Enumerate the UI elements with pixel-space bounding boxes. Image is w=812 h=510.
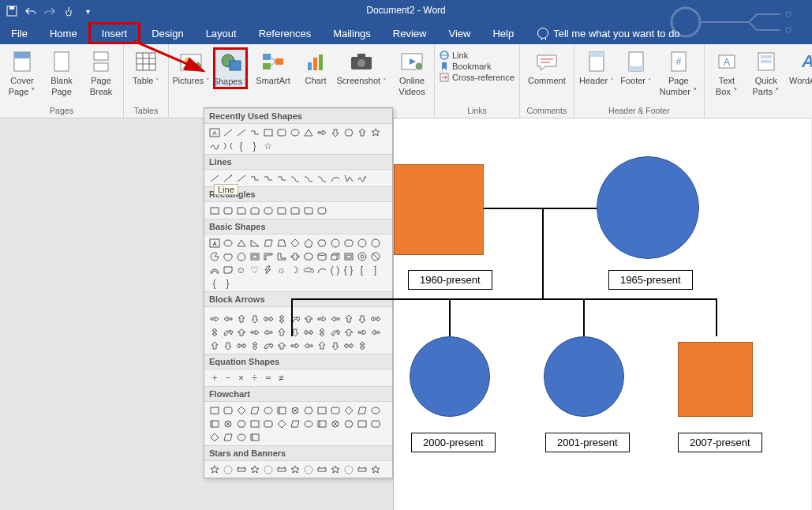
round-rectangle-shape[interactable] <box>275 204 288 217</box>
rounded-rectangle-shape[interactable] <box>221 204 234 217</box>
brace-shape[interactable]: { <box>234 139 248 152</box>
shape-glyph[interactable] <box>328 312 342 325</box>
shape-glyph[interactable] <box>208 417 221 430</box>
save-icon[interactable] <box>5 4 19 18</box>
sun-shape[interactable]: ☼ <box>275 263 288 276</box>
undo-icon[interactable] <box>24 4 38 18</box>
pie-shape[interactable] <box>208 249 221 263</box>
shape-glyph[interactable] <box>342 339 355 352</box>
arrow-line-shape[interactable] <box>221 171 234 185</box>
arrow-right-shape[interactable] <box>315 126 328 139</box>
shape-glyph[interactable] <box>234 403 248 417</box>
shape-glyph[interactable] <box>261 339 275 352</box>
connector-shape[interactable] <box>248 126 261 139</box>
redo-icon[interactable] <box>43 4 57 18</box>
curved-connector-shape[interactable] <box>288 171 301 185</box>
scribble-shape[interactable] <box>355 171 369 185</box>
cloud-shape[interactable] <box>301 263 315 276</box>
freeform-shape[interactable] <box>342 171 355 185</box>
shape-glyph[interactable] <box>301 339 315 352</box>
cross-reference-button[interactable]: Cross-reference <box>440 73 515 82</box>
diamond-shape[interactable] <box>288 236 301 249</box>
shape-glyph[interactable] <box>369 403 382 417</box>
shape-glyph[interactable] <box>208 403 221 417</box>
shape-glyph[interactable] <box>342 325 355 339</box>
hexagon-shape[interactable] <box>315 236 328 249</box>
shape-glyph[interactable] <box>221 403 234 417</box>
online-videos-button[interactable]: OnlineVideos <box>395 47 429 96</box>
shape-glyph[interactable] <box>301 403 315 417</box>
shape-glyph[interactable] <box>369 463 382 476</box>
shape-glyph[interactable] <box>208 312 221 325</box>
comment-button[interactable]: Comment <box>525 47 569 85</box>
wordart-button[interactable]: A WordArt <box>788 47 812 86</box>
heart-shape[interactable]: ♡ <box>248 263 261 276</box>
quick-parts-button[interactable]: QuickParts ˅ <box>749 47 784 96</box>
elbow-connector-shape[interactable] <box>248 171 261 185</box>
shape-glyph[interactable] <box>328 325 342 339</box>
double-arrow-line-shape[interactable] <box>234 171 248 185</box>
shape-glyph[interactable] <box>234 430 248 444</box>
shape-glyph[interactable] <box>221 463 234 476</box>
snip-rectangle-shape[interactable] <box>261 204 275 217</box>
divide-shape[interactable]: ÷ <box>248 371 261 384</box>
shape-glyph[interactable] <box>355 463 369 476</box>
shape-glyph[interactable] <box>355 312 369 325</box>
shape-glyph[interactable] <box>369 417 382 430</box>
shape-glyph[interactable] <box>342 417 355 430</box>
pictures-button[interactable]: Pictures <box>174 47 208 86</box>
shape-glyph[interactable] <box>355 325 369 339</box>
shape-glyph[interactable] <box>275 403 288 417</box>
caption-1[interactable]: 1960-present <box>408 270 492 290</box>
shape-glyph[interactable] <box>248 463 261 476</box>
shape-glyph[interactable] <box>288 339 301 352</box>
shape-glyph[interactable] <box>288 417 301 430</box>
shape-glyph[interactable] <box>342 463 355 476</box>
donut-shape[interactable] <box>355 249 369 263</box>
shape-glyph[interactable] <box>208 430 221 444</box>
elbow-arrow-connector-shape[interactable] <box>261 171 275 185</box>
shape-glyph[interactable] <box>248 403 261 417</box>
tab-insert[interactable]: Insert <box>88 22 141 44</box>
shape-glyph[interactable] <box>355 339 369 352</box>
tab-view[interactable]: View <box>437 22 481 44</box>
lightning-shape[interactable] <box>261 263 275 276</box>
shape-glyph[interactable] <box>301 463 315 476</box>
shape-glyph[interactable] <box>221 325 234 339</box>
square-shape-1[interactable] <box>394 164 484 255</box>
plaque-shape[interactable] <box>301 249 315 263</box>
circle-shape-3[interactable] <box>544 336 624 417</box>
shape-glyph[interactable] <box>369 312 382 325</box>
caption-5[interactable]: 2007-present <box>678 433 762 452</box>
cube-shape[interactable] <box>328 249 342 263</box>
shape-glyph[interactable] <box>261 463 275 476</box>
shapes-gallery-dropdown[interactable]: Recently Used Shapes A { } ☆ Lines Lin <box>204 107 393 478</box>
smiley-face-shape[interactable]: ☺ <box>234 263 248 276</box>
qat-customize-icon[interactable]: ▾ <box>80 4 95 18</box>
line-shape[interactable] <box>208 171 221 185</box>
shape-glyph[interactable] <box>315 339 328 352</box>
touch-mode-icon[interactable] <box>62 4 76 18</box>
shape-glyph[interactable] <box>315 325 328 339</box>
shapes-button[interactable]: Shapes <box>213 47 248 89</box>
shape-glyph[interactable] <box>369 325 382 339</box>
block-arc-shape[interactable] <box>208 263 221 276</box>
shape-glyph[interactable] <box>248 430 261 444</box>
shape-glyph[interactable] <box>315 417 328 430</box>
shape-glyph[interactable] <box>288 325 301 339</box>
curved-arrow-connector-shape[interactable] <box>301 171 315 185</box>
not-equal-shape[interactable]: ≠ <box>275 371 288 384</box>
shape-glyph[interactable] <box>275 463 288 476</box>
dodecagon-shape[interactable] <box>369 236 382 249</box>
half-frame-shape[interactable] <box>261 249 275 263</box>
brace-shape[interactable]: } <box>221 276 234 290</box>
shape-glyph[interactable] <box>328 417 342 430</box>
chord-shape[interactable] <box>221 249 234 263</box>
star-shape[interactable]: ☆ <box>261 139 275 152</box>
shape-glyph[interactable] <box>355 403 369 417</box>
tab-design[interactable]: Design <box>140 22 194 44</box>
freeform-shape[interactable] <box>208 139 221 152</box>
line-shape[interactable] <box>221 126 234 139</box>
heptagon-shape[interactable] <box>328 236 342 249</box>
triangle-shape[interactable] <box>234 236 248 249</box>
